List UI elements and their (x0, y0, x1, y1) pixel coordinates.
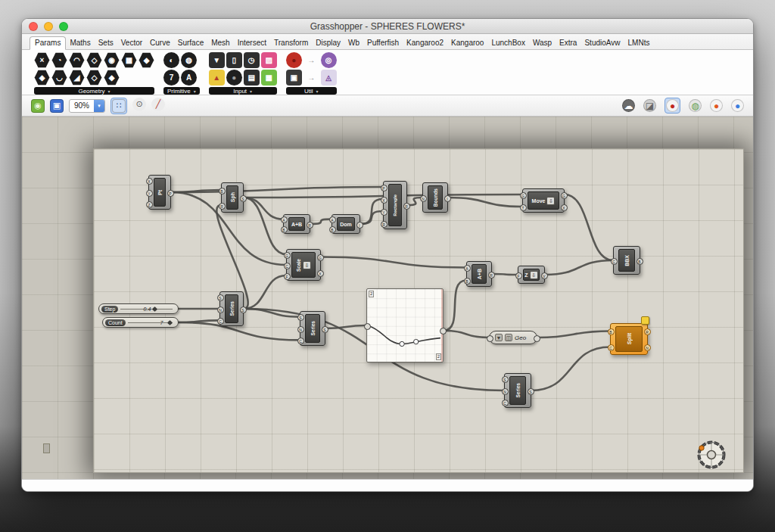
ribbon-group-label[interactable]: Primitive▾ (163, 87, 200, 95)
ribbon-group-label[interactable]: Util▾ (286, 87, 337, 95)
input-port[interactable]: X (146, 178, 153, 185)
geometry-component-icon[interactable]: × (34, 52, 50, 68)
geometry-component-icon[interactable]: ◆ (104, 70, 120, 86)
menu-tab-studioavw[interactable]: StudioAvw (580, 36, 624, 49)
input-port[interactable]: C (297, 338, 304, 344)
preview-toggle-button[interactable]: ⊙ (132, 98, 146, 111)
geometry-component-icon[interactable]: ◔ (51, 52, 67, 68)
slider-track[interactable]: 0.4 (120, 306, 173, 313)
node-z[interactable]: Z⇩FV (518, 266, 545, 284)
output-port[interactable]: R (403, 203, 410, 210)
save-button[interactable]: ▣ (50, 99, 64, 113)
titlebar[interactable]: Grasshopper - SPHERES FLOWERS* (22, 19, 753, 34)
input-port[interactable]: P (381, 185, 388, 191)
input-port[interactable]: A (281, 216, 288, 223)
output-port[interactable]: R (307, 222, 313, 229)
util-component-icon[interactable]: → (303, 52, 319, 68)
input-port[interactable]: B (281, 226, 288, 233)
input-port[interactable]: G (520, 192, 527, 199)
input-port[interactable]: C (217, 318, 224, 325)
output-port[interactable] (534, 335, 540, 342)
output-port[interactable]: I (444, 195, 451, 202)
input-port[interactable]: S (297, 314, 304, 321)
zoom-select[interactable]: 90% ▼ (69, 99, 105, 113)
menu-tab-kangaroo[interactable]: Kangaroo (447, 36, 487, 49)
input-port[interactable]: C (608, 344, 615, 351)
node-sph[interactable]: SphBRS (221, 182, 244, 213)
input-component-icon[interactable]: ▦ (261, 70, 277, 86)
menu-tab-display[interactable]: Display (312, 36, 344, 49)
node-scale[interactable]: Scale⇩GCFGX (286, 249, 321, 281)
geometry-component-icon[interactable]: ◆ (139, 52, 154, 68)
shaded-red-display-button[interactable]: ● (666, 99, 679, 112)
geometry-component-icon[interactable]: ◈ (34, 70, 50, 86)
menu-tab-params[interactable]: Params (30, 36, 66, 50)
menu-tab-wasp[interactable]: Wasp (529, 36, 556, 49)
node-seriesB[interactable]: SeriesSNCS (504, 373, 531, 408)
node-bounds[interactable]: BoundsNI (422, 182, 448, 213)
input-port[interactable]: N (217, 306, 224, 313)
geometry-component-icon[interactable]: ◉ (104, 52, 120, 68)
menu-tab-sets[interactable]: Sets (95, 36, 117, 49)
util-component-icon[interactable]: ● (286, 52, 302, 68)
menu-tab-vector[interactable]: Vector (117, 36, 146, 49)
output-port[interactable]: S (240, 306, 247, 313)
input-port[interactable]: T (520, 204, 527, 211)
slider-track[interactable]: 7 (128, 319, 173, 326)
input-port[interactable]: F (284, 273, 291, 280)
input-port[interactable]: Z (146, 201, 153, 208)
output-port[interactable] (440, 328, 447, 334)
geometry-component-icon[interactable]: ▦ (121, 52, 137, 68)
canvas-outer[interactable]: PtXYZPSphBRSA+BABRDomABIRectanglePXYRRBo… (22, 117, 753, 479)
number-slider-step[interactable]: Step0.4 (98, 303, 179, 314)
primitive-component-icon[interactable]: ◐ (163, 52, 179, 68)
geometry-component-icon[interactable]: ◇ (86, 52, 102, 68)
blue-sphere-display-button[interactable]: ● (731, 99, 744, 112)
input-component-icon[interactable]: ▼ (209, 52, 225, 68)
zoom-dropdown-arrow[interactable]: ▼ (94, 100, 104, 112)
util-component-icon[interactable]: → (303, 70, 319, 86)
output-port[interactable]: R (488, 272, 495, 278)
menu-tab-lunchbox[interactable]: LunchBox (487, 36, 528, 49)
input-component-icon[interactable]: ◷ (244, 52, 260, 68)
paint-canvas-button[interactable]: ╱ (151, 98, 165, 111)
panel-collapse-handle[interactable] (43, 443, 50, 453)
util-component-icon[interactable]: ◬ (321, 70, 337, 86)
input-port[interactable]: C (611, 258, 618, 265)
menu-tab-extra[interactable]: Extra (556, 36, 580, 49)
input-port[interactable]: X (381, 197, 388, 204)
slider-knob[interactable] (152, 306, 157, 311)
input-port[interactable]: F (515, 272, 522, 279)
canvas[interactable]: PtXYZPSphBRSA+BABRDomABIRectanglePXYRRBo… (93, 148, 744, 473)
input-port[interactable]: B (464, 278, 471, 285)
output-port[interactable]: S (240, 195, 247, 202)
geometry-filter-icon[interactable]: ◫ (505, 334, 512, 341)
node-dom[interactable]: DomABI (331, 214, 360, 234)
menu-tab-surface[interactable]: Surface (174, 36, 207, 49)
node-split[interactable]: SplitBCRN (610, 323, 648, 355)
menu-tab-intersect[interactable]: Intersect (234, 36, 270, 49)
input-port[interactable]: Y (381, 209, 388, 216)
ribbon-group-label[interactable]: Input▾ (209, 87, 277, 95)
geometry-component-icon[interactable]: ◇ (86, 70, 102, 86)
input-port[interactable]: B (329, 226, 336, 233)
menu-tab-kangaroo2[interactable]: Kangaroo2 (403, 36, 447, 49)
input-port[interactable]: A (329, 216, 336, 223)
primitive-component-icon[interactable]: ◍ (181, 52, 197, 68)
output-port[interactable]: S (322, 326, 328, 333)
minimize-button[interactable] (44, 22, 53, 31)
output-port[interactable]: N (644, 344, 651, 351)
menu-tab-transform[interactable]: Transform (270, 36, 312, 49)
node-ab2[interactable]: A+BABR (466, 261, 492, 287)
mesh-display-button[interactable]: ◍ (689, 99, 702, 112)
fullscreen-button[interactable] (59, 22, 68, 31)
menu-tab-mesh[interactable]: Mesh (207, 36, 233, 49)
output-port[interactable]: V (541, 272, 548, 279)
input-port[interactable]: B (608, 328, 615, 335)
input-port[interactable]: B (219, 188, 226, 194)
graph-handle[interactable] (400, 341, 404, 346)
geometry-param[interactable]: ▼◫Geo (489, 331, 537, 344)
solver-lock-button[interactable]: ◉ (31, 99, 45, 113)
input-component-icon[interactable]: ▲ (209, 70, 225, 86)
output-port[interactable]: R (644, 328, 651, 335)
